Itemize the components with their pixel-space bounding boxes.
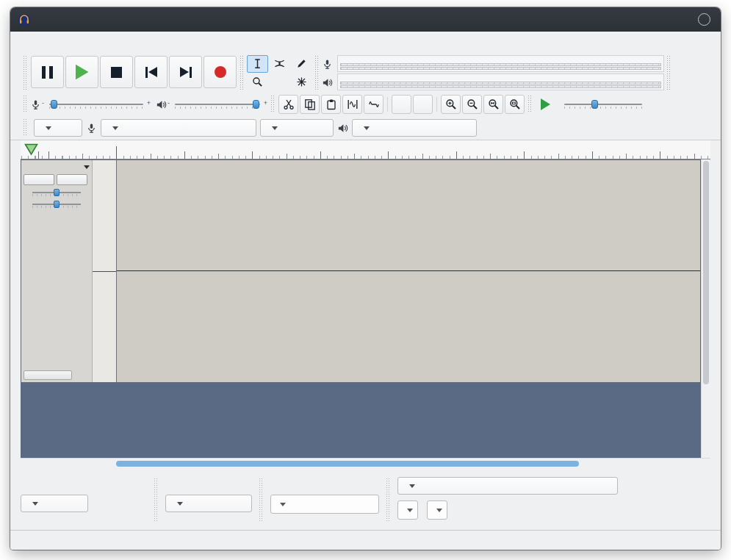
fit-project-button[interactable] <box>505 95 525 114</box>
selection-start-field[interactable] <box>397 500 418 520</box>
paste-icon <box>325 98 337 110</box>
slider-thumb[interactable] <box>591 100 598 109</box>
selection-mode-select[interactable] <box>397 477 618 495</box>
slider-thumb[interactable] <box>54 189 60 196</box>
zoom-tool-button[interactable] <box>247 73 268 91</box>
ruler-ticks <box>21 151 710 159</box>
skip-end-icon <box>180 67 192 78</box>
trim-outside-selection-button[interactable] <box>342 95 362 114</box>
skip-start-icon <box>145 67 157 78</box>
vertical-scrollbar[interactable] <box>701 159 710 458</box>
silence-selection-button[interactable] <box>364 95 383 114</box>
microphone-icon <box>30 99 41 110</box>
vertical-scale-ruler[interactable] <box>93 160 117 382</box>
pause-icon <box>40 66 55 79</box>
slider-thumb[interactable] <box>51 100 57 109</box>
project-rate-select[interactable] <box>21 495 88 512</box>
toolbar-grip[interactable] <box>154 478 158 521</box>
playback-device-select[interactable] <box>352 119 477 137</box>
trim-audio-icon <box>347 98 359 110</box>
playback-meter[interactable] <box>322 73 664 90</box>
play-icon <box>76 65 88 79</box>
timeline-ruler[interactable] <box>21 140 710 159</box>
skip-to-start-button[interactable] <box>134 56 168 88</box>
chevron-down-icon <box>436 509 442 512</box>
record-button[interactable] <box>204 56 237 88</box>
track-gain-slider[interactable] <box>25 187 88 197</box>
snap-select[interactable] <box>165 495 252 512</box>
stop-button[interactable] <box>100 56 133 88</box>
playback-meter-scale[interactable] <box>337 73 664 90</box>
device-toolbar <box>21 116 710 140</box>
toolbar-grip[interactable] <box>24 56 27 90</box>
track-menu-icon[interactable] <box>84 165 90 169</box>
toolbar-grip[interactable] <box>24 96 27 113</box>
timeshift-tool-button[interactable] <box>269 73 290 91</box>
play-at-speed-button[interactable] <box>536 95 555 114</box>
recording-channels-select[interactable] <box>260 119 334 137</box>
recording-meter[interactable] <box>322 55 664 72</box>
speaker-icon <box>156 99 167 110</box>
slider-thumb[interactable] <box>253 100 259 109</box>
play-pin-icon[interactable] <box>24 143 38 156</box>
horizontal-scrollbar[interactable] <box>21 458 710 468</box>
pause-button[interactable] <box>31 56 64 88</box>
waveform-channel-right[interactable] <box>117 270 700 381</box>
zoom-in-button[interactable] <box>441 95 461 114</box>
playback-volume-slider[interactable]: - + <box>167 98 268 110</box>
multi-tool-button[interactable] <box>291 73 312 91</box>
selection-tool-button[interactable] <box>247 55 268 73</box>
record-icon <box>215 66 226 78</box>
solo-button[interactable] <box>57 174 87 185</box>
playback-speed-slider[interactable] <box>556 98 650 110</box>
toolbar-grip[interactable] <box>259 478 263 521</box>
meter-bars <box>340 62 661 70</box>
fit-selection-button[interactable] <box>483 95 503 114</box>
copy-button[interactable] <box>300 95 320 114</box>
slider-thumb[interactable] <box>54 201 60 208</box>
toolbar-grip[interactable] <box>24 119 27 137</box>
close-button[interactable] <box>698 13 710 26</box>
selection-end-field[interactable] <box>427 500 447 520</box>
audio-position-label <box>270 477 379 489</box>
recording-device-select[interactable] <box>101 119 256 137</box>
skip-to-end-button[interactable] <box>169 56 202 88</box>
scale-channel-2 <box>93 271 116 383</box>
draw-tool-button[interactable] <box>291 55 312 73</box>
audio-position-field[interactable] <box>270 495 379 514</box>
paste-button[interactable] <box>321 95 341 114</box>
play-button[interactable] <box>65 56 98 88</box>
track-area[interactable] <box>21 159 710 458</box>
stop-icon <box>111 67 122 78</box>
toolbar-grip[interactable] <box>240 56 244 90</box>
toolbar-grip[interactable] <box>386 478 390 521</box>
undo-button[interactable] <box>392 95 411 114</box>
recording-meter-scale[interactable] <box>337 55 664 72</box>
speaker-icon <box>322 77 333 88</box>
chevron-down-icon <box>177 502 183 506</box>
vertical-scrollbar-thumb[interactable] <box>703 161 709 384</box>
meter-bars <box>340 81 661 88</box>
zoom-fit-icon <box>509 98 521 110</box>
toolbar-row-top <box>21 53 710 93</box>
waveform-channel-left[interactable] <box>117 160 700 270</box>
toolbar-grip[interactable] <box>315 56 319 90</box>
recording-volume-slider[interactable]: - + <box>41 98 151 110</box>
selection-toolbar <box>10 468 721 530</box>
envelope-tool-button[interactable] <box>269 55 290 73</box>
titlebar[interactable] <box>10 7 721 32</box>
zoom-selection-icon <box>488 98 500 110</box>
horizontal-scrollbar-thumb[interactable] <box>116 461 579 467</box>
track-collapse-button[interactable] <box>24 370 72 380</box>
redo-button[interactable] <box>413 95 433 114</box>
mute-button[interactable] <box>24 174 54 185</box>
toolbar-grip[interactable] <box>271 96 275 113</box>
toolbar-grip[interactable] <box>528 96 532 113</box>
track-control-panel[interactable] <box>21 160 93 382</box>
toolbar-grip[interactable] <box>667 56 671 90</box>
cut-button[interactable] <box>278 95 298 114</box>
audio-host-select[interactable] <box>34 119 82 137</box>
zoom-out-button[interactable] <box>462 95 482 114</box>
waveform-display[interactable] <box>117 160 700 382</box>
track-pan-slider[interactable] <box>25 199 88 209</box>
